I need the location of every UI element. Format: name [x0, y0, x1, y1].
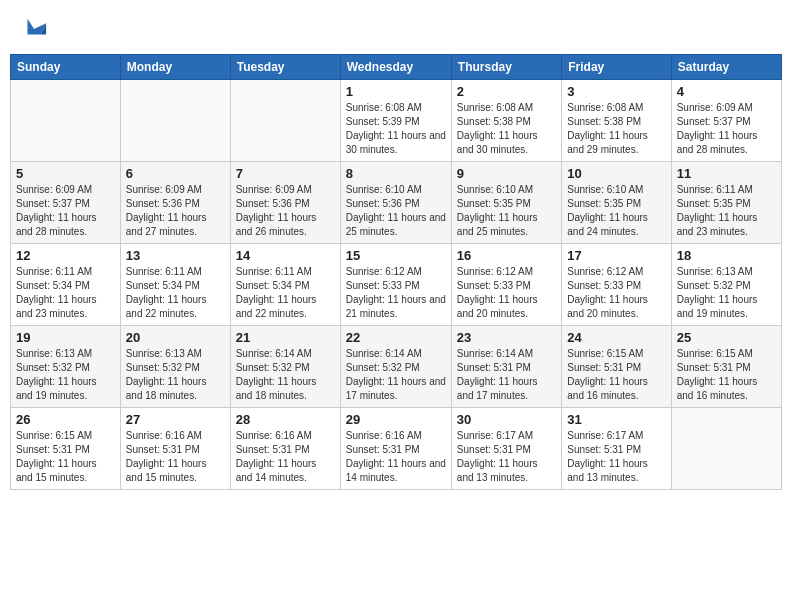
day-info: Sunrise: 6:09 AMSunset: 5:36 PMDaylight:… [236, 183, 335, 239]
day-info: Sunrise: 6:14 AMSunset: 5:32 PMDaylight:… [236, 347, 335, 403]
calendar-day-cell: 31Sunrise: 6:17 AMSunset: 5:31 PMDayligh… [562, 408, 671, 490]
calendar-day-cell: 26Sunrise: 6:15 AMSunset: 5:31 PMDayligh… [11, 408, 121, 490]
day-number: 22 [346, 330, 446, 345]
calendar-week-row: 26Sunrise: 6:15 AMSunset: 5:31 PMDayligh… [11, 408, 782, 490]
day-info: Sunrise: 6:16 AMSunset: 5:31 PMDaylight:… [236, 429, 335, 485]
day-number: 11 [677, 166, 776, 181]
calendar-day-cell: 30Sunrise: 6:17 AMSunset: 5:31 PMDayligh… [451, 408, 561, 490]
day-number: 8 [346, 166, 446, 181]
calendar-day-cell: 16Sunrise: 6:12 AMSunset: 5:33 PMDayligh… [451, 244, 561, 326]
calendar-day-cell: 7Sunrise: 6:09 AMSunset: 5:36 PMDaylight… [230, 162, 340, 244]
day-number: 17 [567, 248, 665, 263]
calendar-day-cell: 25Sunrise: 6:15 AMSunset: 5:31 PMDayligh… [671, 326, 781, 408]
day-number: 12 [16, 248, 115, 263]
day-number: 18 [677, 248, 776, 263]
day-number: 28 [236, 412, 335, 427]
day-number: 23 [457, 330, 556, 345]
day-info: Sunrise: 6:15 AMSunset: 5:31 PMDaylight:… [567, 347, 665, 403]
column-header-friday: Friday [562, 55, 671, 80]
day-info: Sunrise: 6:11 AMSunset: 5:34 PMDaylight:… [236, 265, 335, 321]
day-info: Sunrise: 6:12 AMSunset: 5:33 PMDaylight:… [346, 265, 446, 321]
day-number: 2 [457, 84, 556, 99]
calendar-day-cell: 4Sunrise: 6:09 AMSunset: 5:37 PMDaylight… [671, 80, 781, 162]
day-number: 29 [346, 412, 446, 427]
day-number: 20 [126, 330, 225, 345]
calendar-day-cell: 19Sunrise: 6:13 AMSunset: 5:32 PMDayligh… [11, 326, 121, 408]
calendar-day-cell: 1Sunrise: 6:08 AMSunset: 5:39 PMDaylight… [340, 80, 451, 162]
day-info: Sunrise: 6:16 AMSunset: 5:31 PMDaylight:… [126, 429, 225, 485]
day-info: Sunrise: 6:14 AMSunset: 5:32 PMDaylight:… [346, 347, 446, 403]
day-number: 7 [236, 166, 335, 181]
calendar-day-cell: 23Sunrise: 6:14 AMSunset: 5:31 PMDayligh… [451, 326, 561, 408]
day-number: 25 [677, 330, 776, 345]
day-info: Sunrise: 6:08 AMSunset: 5:39 PMDaylight:… [346, 101, 446, 157]
day-number: 19 [16, 330, 115, 345]
day-info: Sunrise: 6:12 AMSunset: 5:33 PMDaylight:… [457, 265, 556, 321]
day-info: Sunrise: 6:17 AMSunset: 5:31 PMDaylight:… [567, 429, 665, 485]
day-info: Sunrise: 6:10 AMSunset: 5:35 PMDaylight:… [457, 183, 556, 239]
day-number: 4 [677, 84, 776, 99]
calendar-day-cell: 8Sunrise: 6:10 AMSunset: 5:36 PMDaylight… [340, 162, 451, 244]
day-number: 21 [236, 330, 335, 345]
day-number: 1 [346, 84, 446, 99]
day-number: 9 [457, 166, 556, 181]
day-info: Sunrise: 6:14 AMSunset: 5:31 PMDaylight:… [457, 347, 556, 403]
calendar-day-cell: 18Sunrise: 6:13 AMSunset: 5:32 PMDayligh… [671, 244, 781, 326]
calendar-header-row: SundayMondayTuesdayWednesdayThursdayFrid… [11, 55, 782, 80]
day-info: Sunrise: 6:11 AMSunset: 5:34 PMDaylight:… [126, 265, 225, 321]
calendar-day-cell: 29Sunrise: 6:16 AMSunset: 5:31 PMDayligh… [340, 408, 451, 490]
calendar-day-cell: 14Sunrise: 6:11 AMSunset: 5:34 PMDayligh… [230, 244, 340, 326]
calendar-day-cell: 28Sunrise: 6:16 AMSunset: 5:31 PMDayligh… [230, 408, 340, 490]
day-info: Sunrise: 6:09 AMSunset: 5:37 PMDaylight:… [16, 183, 115, 239]
day-info: Sunrise: 6:10 AMSunset: 5:35 PMDaylight:… [567, 183, 665, 239]
column-header-saturday: Saturday [671, 55, 781, 80]
calendar-week-row: 12Sunrise: 6:11 AMSunset: 5:34 PMDayligh… [11, 244, 782, 326]
day-number: 13 [126, 248, 225, 263]
calendar-day-cell: 6Sunrise: 6:09 AMSunset: 5:36 PMDaylight… [120, 162, 230, 244]
day-number: 14 [236, 248, 335, 263]
column-header-tuesday: Tuesday [230, 55, 340, 80]
calendar-day-cell: 20Sunrise: 6:13 AMSunset: 5:32 PMDayligh… [120, 326, 230, 408]
day-number: 31 [567, 412, 665, 427]
calendar-week-row: 1Sunrise: 6:08 AMSunset: 5:39 PMDaylight… [11, 80, 782, 162]
day-info: Sunrise: 6:13 AMSunset: 5:32 PMDaylight:… [126, 347, 225, 403]
calendar-day-cell: 10Sunrise: 6:10 AMSunset: 5:35 PMDayligh… [562, 162, 671, 244]
logo [18, 14, 48, 42]
calendar-day-cell [11, 80, 121, 162]
day-info: Sunrise: 6:09 AMSunset: 5:36 PMDaylight:… [126, 183, 225, 239]
day-info: Sunrise: 6:15 AMSunset: 5:31 PMDaylight:… [677, 347, 776, 403]
day-info: Sunrise: 6:13 AMSunset: 5:32 PMDaylight:… [16, 347, 115, 403]
day-number: 6 [126, 166, 225, 181]
header [10, 10, 782, 46]
day-number: 24 [567, 330, 665, 345]
day-info: Sunrise: 6:08 AMSunset: 5:38 PMDaylight:… [567, 101, 665, 157]
calendar-week-row: 5Sunrise: 6:09 AMSunset: 5:37 PMDaylight… [11, 162, 782, 244]
day-info: Sunrise: 6:11 AMSunset: 5:35 PMDaylight:… [677, 183, 776, 239]
day-number: 5 [16, 166, 115, 181]
calendar-week-row: 19Sunrise: 6:13 AMSunset: 5:32 PMDayligh… [11, 326, 782, 408]
day-number: 3 [567, 84, 665, 99]
calendar-day-cell: 11Sunrise: 6:11 AMSunset: 5:35 PMDayligh… [671, 162, 781, 244]
day-number: 27 [126, 412, 225, 427]
calendar-day-cell: 13Sunrise: 6:11 AMSunset: 5:34 PMDayligh… [120, 244, 230, 326]
calendar-day-cell: 17Sunrise: 6:12 AMSunset: 5:33 PMDayligh… [562, 244, 671, 326]
calendar-day-cell [120, 80, 230, 162]
column-header-wednesday: Wednesday [340, 55, 451, 80]
column-header-thursday: Thursday [451, 55, 561, 80]
day-number: 26 [16, 412, 115, 427]
calendar-day-cell [671, 408, 781, 490]
calendar-day-cell: 24Sunrise: 6:15 AMSunset: 5:31 PMDayligh… [562, 326, 671, 408]
day-info: Sunrise: 6:13 AMSunset: 5:32 PMDaylight:… [677, 265, 776, 321]
calendar-day-cell: 5Sunrise: 6:09 AMSunset: 5:37 PMDaylight… [11, 162, 121, 244]
calendar-day-cell: 21Sunrise: 6:14 AMSunset: 5:32 PMDayligh… [230, 326, 340, 408]
calendar-day-cell: 9Sunrise: 6:10 AMSunset: 5:35 PMDaylight… [451, 162, 561, 244]
calendar-day-cell: 3Sunrise: 6:08 AMSunset: 5:38 PMDaylight… [562, 80, 671, 162]
day-info: Sunrise: 6:08 AMSunset: 5:38 PMDaylight:… [457, 101, 556, 157]
column-header-sunday: Sunday [11, 55, 121, 80]
day-info: Sunrise: 6:17 AMSunset: 5:31 PMDaylight:… [457, 429, 556, 485]
day-number: 10 [567, 166, 665, 181]
day-info: Sunrise: 6:12 AMSunset: 5:33 PMDaylight:… [567, 265, 665, 321]
calendar-day-cell: 12Sunrise: 6:11 AMSunset: 5:34 PMDayligh… [11, 244, 121, 326]
day-number: 30 [457, 412, 556, 427]
calendar-table: SundayMondayTuesdayWednesdayThursdayFrid… [10, 54, 782, 490]
